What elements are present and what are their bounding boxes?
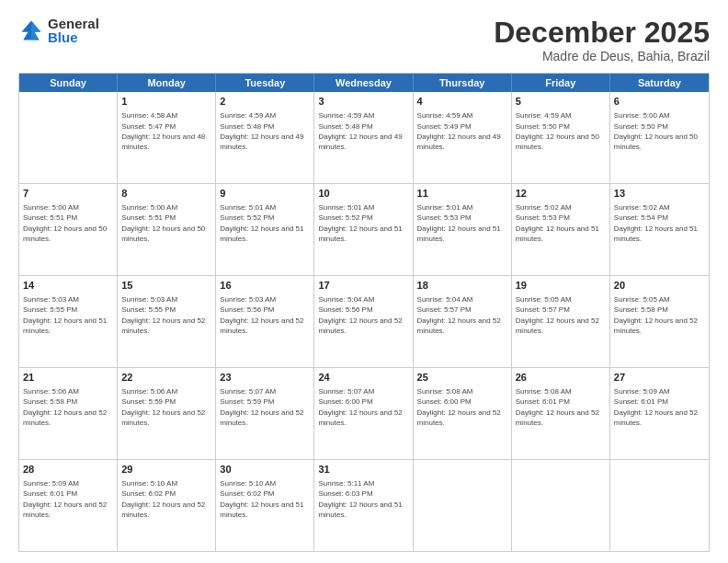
- cell-info: Sunrise: 4:58 AMSunset: 5:47 PMDaylight:…: [121, 111, 205, 151]
- day-number: 22: [121, 371, 211, 385]
- header: General Blue December 2025 Madre de Deus…: [18, 17, 710, 63]
- cell-info: Sunrise: 5:03 AMSunset: 5:55 PMDaylight:…: [121, 295, 205, 335]
- table-row: 18Sunrise: 5:04 AMSunset: 5:57 PMDayligh…: [414, 276, 512, 367]
- day-number: 29: [121, 463, 211, 477]
- calendar-week-1: 1Sunrise: 4:58 AMSunset: 5:47 PMDaylight…: [19, 92, 709, 184]
- table-row: 15Sunrise: 5:03 AMSunset: 5:55 PMDayligh…: [118, 276, 216, 367]
- table-row: 6Sunrise: 5:00 AMSunset: 5:50 PMDaylight…: [610, 92, 709, 183]
- cell-info: Sunrise: 5:05 AMSunset: 5:58 PMDaylight:…: [614, 295, 698, 335]
- cell-info: Sunrise: 4:59 AMSunset: 5:50 PMDaylight:…: [516, 111, 599, 151]
- logo-blue-text: Blue: [48, 30, 99, 44]
- cell-info: Sunrise: 5:07 AMSunset: 5:59 PMDaylight:…: [220, 387, 303, 427]
- weekday-sunday: Sunday: [19, 74, 118, 92]
- table-row: 11Sunrise: 5:01 AMSunset: 5:53 PMDayligh…: [414, 184, 512, 275]
- logo: General Blue: [18, 17, 99, 44]
- table-row: 3Sunrise: 4:59 AMSunset: 5:48 PMDaylight…: [314, 92, 413, 183]
- day-number: 8: [121, 187, 211, 201]
- weekday-friday: Friday: [512, 74, 610, 92]
- table-row: 19Sunrise: 5:05 AMSunset: 5:57 PMDayligh…: [512, 276, 610, 367]
- table-row: 23Sunrise: 5:07 AMSunset: 5:59 PMDayligh…: [216, 368, 314, 459]
- cell-info: Sunrise: 5:06 AMSunset: 5:58 PMDaylight:…: [23, 387, 107, 427]
- cell-info: Sunrise: 5:09 AMSunset: 6:01 PMDaylight:…: [23, 479, 107, 519]
- day-number: 20: [614, 279, 705, 293]
- day-number: 5: [516, 95, 606, 109]
- day-number: 3: [318, 95, 408, 109]
- day-number: 13: [614, 187, 705, 201]
- cell-info: Sunrise: 4:59 AMSunset: 5:48 PMDaylight:…: [318, 111, 402, 151]
- table-row: 17Sunrise: 5:04 AMSunset: 5:56 PMDayligh…: [314, 276, 413, 367]
- calendar-body: 1Sunrise: 4:58 AMSunset: 5:47 PMDaylight…: [19, 92, 709, 551]
- day-number: 2: [220, 95, 310, 109]
- table-row: 9Sunrise: 5:01 AMSunset: 5:52 PMDaylight…: [216, 184, 314, 275]
- table-row: 26Sunrise: 5:08 AMSunset: 6:01 PMDayligh…: [512, 368, 610, 459]
- cell-info: Sunrise: 4:59 AMSunset: 5:48 PMDaylight:…: [220, 111, 303, 151]
- cell-info: Sunrise: 5:01 AMSunset: 5:52 PMDaylight:…: [220, 203, 303, 243]
- table-row: 7Sunrise: 5:00 AMSunset: 5:51 PMDaylight…: [19, 184, 118, 275]
- day-number: 16: [220, 279, 310, 293]
- day-number: 28: [23, 463, 113, 477]
- table-row: 16Sunrise: 5:03 AMSunset: 5:56 PMDayligh…: [216, 276, 314, 367]
- table-row: 25Sunrise: 5:08 AMSunset: 6:00 PMDayligh…: [414, 368, 512, 459]
- table-row: [414, 460, 512, 551]
- day-number: 21: [23, 371, 113, 385]
- day-number: 25: [417, 371, 507, 385]
- title-block: December 2025 Madre de Deus, Bahia, Braz…: [494, 17, 710, 63]
- logo-general-text: General: [48, 17, 99, 30]
- logo-icon: [18, 17, 44, 43]
- page: General Blue December 2025 Madre de Deus…: [0, 0, 728, 563]
- day-number: 1: [121, 95, 211, 109]
- table-row: [610, 460, 709, 551]
- weekday-tuesday: Tuesday: [216, 74, 314, 92]
- table-row: 20Sunrise: 5:05 AMSunset: 5:58 PMDayligh…: [610, 276, 709, 367]
- cell-info: Sunrise: 5:02 AMSunset: 5:53 PMDaylight:…: [516, 203, 599, 243]
- day-number: 6: [614, 95, 705, 109]
- cell-info: Sunrise: 5:01 AMSunset: 5:52 PMDaylight:…: [318, 203, 402, 243]
- weekday-thursday: Thursday: [414, 74, 512, 92]
- day-number: 11: [417, 187, 507, 201]
- day-number: 14: [23, 279, 113, 293]
- logo-text: General Blue: [48, 17, 99, 44]
- cell-info: Sunrise: 5:08 AMSunset: 6:01 PMDaylight:…: [516, 387, 599, 427]
- cell-info: Sunrise: 5:05 AMSunset: 5:57 PMDaylight:…: [516, 295, 599, 335]
- cell-info: Sunrise: 5:03 AMSunset: 5:55 PMDaylight:…: [23, 295, 107, 335]
- cell-info: Sunrise: 5:09 AMSunset: 6:01 PMDaylight:…: [614, 387, 698, 427]
- cell-info: Sunrise: 5:11 AMSunset: 6:03 PMDaylight:…: [318, 479, 402, 519]
- table-row: 28Sunrise: 5:09 AMSunset: 6:01 PMDayligh…: [19, 460, 118, 551]
- table-row: 30Sunrise: 5:10 AMSunset: 6:02 PMDayligh…: [216, 460, 314, 551]
- table-row: 12Sunrise: 5:02 AMSunset: 5:53 PMDayligh…: [512, 184, 610, 275]
- svg-marker-1: [31, 21, 41, 40]
- day-number: 4: [417, 95, 507, 109]
- table-row: 4Sunrise: 4:59 AMSunset: 5:49 PMDaylight…: [414, 92, 512, 183]
- cell-info: Sunrise: 5:00 AMSunset: 5:51 PMDaylight:…: [121, 203, 205, 243]
- cell-info: Sunrise: 5:02 AMSunset: 5:54 PMDaylight:…: [614, 203, 698, 243]
- calendar: Sunday Monday Tuesday Wednesday Thursday…: [18, 73, 710, 552]
- table-row: [512, 460, 610, 551]
- table-row: [19, 92, 118, 183]
- table-row: 31Sunrise: 5:11 AMSunset: 6:03 PMDayligh…: [314, 460, 413, 551]
- cell-info: Sunrise: 5:04 AMSunset: 5:56 PMDaylight:…: [318, 295, 402, 335]
- table-row: 14Sunrise: 5:03 AMSunset: 5:55 PMDayligh…: [19, 276, 118, 367]
- table-row: 2Sunrise: 4:59 AMSunset: 5:48 PMDaylight…: [216, 92, 314, 183]
- day-number: 9: [220, 187, 310, 201]
- location-subtitle: Madre de Deus, Bahia, Brazil: [494, 49, 710, 63]
- cell-info: Sunrise: 5:03 AMSunset: 5:56 PMDaylight:…: [220, 295, 303, 335]
- calendar-week-2: 7Sunrise: 5:00 AMSunset: 5:51 PMDaylight…: [19, 184, 709, 276]
- table-row: 13Sunrise: 5:02 AMSunset: 5:54 PMDayligh…: [610, 184, 709, 275]
- cell-info: Sunrise: 5:07 AMSunset: 6:00 PMDaylight:…: [318, 387, 402, 427]
- weekday-saturday: Saturday: [610, 74, 709, 92]
- cell-info: Sunrise: 5:10 AMSunset: 6:02 PMDaylight:…: [121, 479, 205, 519]
- table-row: 22Sunrise: 5:06 AMSunset: 5:59 PMDayligh…: [118, 368, 216, 459]
- day-number: 24: [318, 371, 408, 385]
- day-number: 26: [516, 371, 606, 385]
- cell-info: Sunrise: 5:08 AMSunset: 6:00 PMDaylight:…: [417, 387, 501, 427]
- day-number: 23: [220, 371, 310, 385]
- calendar-week-4: 21Sunrise: 5:06 AMSunset: 5:58 PMDayligh…: [19, 368, 709, 460]
- day-number: 30: [220, 463, 310, 477]
- weekday-wednesday: Wednesday: [314, 74, 413, 92]
- table-row: 5Sunrise: 4:59 AMSunset: 5:50 PMDaylight…: [512, 92, 610, 183]
- day-number: 18: [417, 279, 507, 293]
- calendar-week-5: 28Sunrise: 5:09 AMSunset: 6:01 PMDayligh…: [19, 460, 709, 551]
- cell-info: Sunrise: 4:59 AMSunset: 5:49 PMDaylight:…: [417, 111, 501, 151]
- cell-info: Sunrise: 5:00 AMSunset: 5:50 PMDaylight:…: [614, 111, 698, 151]
- day-number: 15: [121, 279, 211, 293]
